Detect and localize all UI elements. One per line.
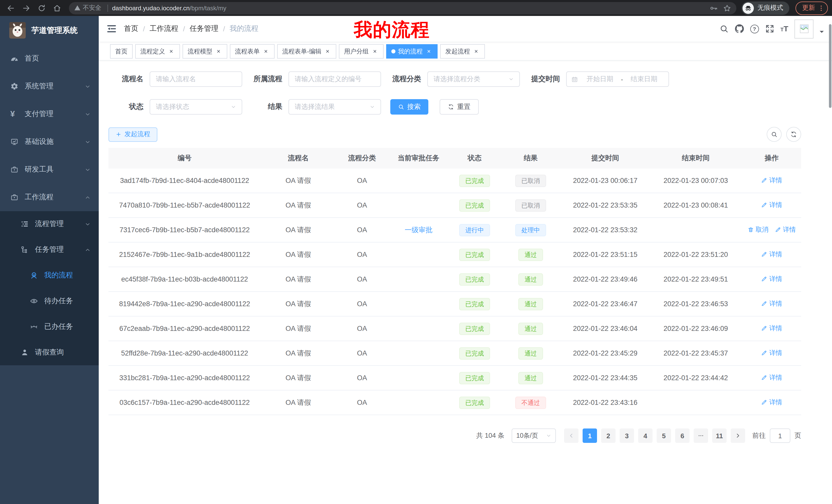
- close-icon[interactable]: [473, 48, 480, 55]
- browser-home-button[interactable]: [50, 1, 64, 15]
- font-size-icon[interactable]: [780, 24, 788, 33]
- parent-process-input[interactable]: 请输入流程定义的编号: [288, 72, 381, 87]
- cell-submit-time: 2022-01-22 23:45:29: [561, 341, 649, 366]
- detail-link[interactable]: 详情: [761, 349, 782, 358]
- tab-流程定义[interactable]: 流程定义: [135, 44, 180, 59]
- cancel-link[interactable]: 取消: [747, 226, 769, 234]
- detail-link[interactable]: 详情: [775, 226, 796, 234]
- browser-back-button[interactable]: [4, 1, 18, 15]
- refresh-table-button[interactable]: [786, 127, 801, 142]
- tab-我的流程[interactable]: 我的流程: [386, 44, 438, 59]
- address-bar[interactable]: 不安全 dashboard.yudao.iocoder.cn/bpm/task/…: [69, 2, 736, 14]
- help-icon[interactable]: [750, 24, 759, 33]
- breadcrumb-item[interactable]: 任务管理: [190, 24, 218, 33]
- browser-menu-icon[interactable]: [817, 4, 825, 11]
- sidebar-item-流程管理[interactable]: 流程管理: [0, 211, 99, 237]
- browser-reload-button[interactable]: [35, 1, 48, 15]
- breadcrumb-item[interactable]: 工作流程: [150, 24, 178, 33]
- detail-link[interactable]: 详情: [761, 398, 782, 407]
- browser-forward-button[interactable]: [20, 1, 33, 15]
- sidebar-item-首页[interactable]: 首页: [0, 45, 99, 73]
- current-task-link[interactable]: 一级审批: [405, 226, 433, 233]
- start-process-button[interactable]: 发起流程: [108, 127, 157, 142]
- goto-page-input[interactable]: 1: [770, 428, 790, 443]
- chevron-down-icon: [85, 111, 90, 117]
- logo-image: [9, 22, 26, 38]
- sidebar-item-支付管理[interactable]: ¥支付管理: [0, 100, 99, 128]
- tab-流程模型[interactable]: 流程模型: [183, 44, 227, 59]
- bookmark-star-icon[interactable]: [723, 4, 731, 12]
- sidebar-item-已办任务[interactable]: 已办任务: [0, 314, 99, 340]
- sidebar-item-请假查询[interactable]: 请假查询: [0, 340, 99, 365]
- sidebar-item-基础设施[interactable]: 基础设施: [0, 128, 99, 156]
- tab-发起流程[interactable]: 发起流程: [440, 44, 485, 59]
- plus-icon: [116, 132, 121, 137]
- avatar-caret-icon[interactable]: [820, 31, 824, 35]
- show-search-button[interactable]: [767, 127, 782, 142]
- status-badge: 已完成: [459, 174, 490, 187]
- close-icon[interactable]: [262, 48, 269, 55]
- page-2-button[interactable]: 2: [601, 428, 616, 443]
- next-page-button[interactable]: [731, 428, 745, 443]
- close-icon[interactable]: [215, 48, 222, 55]
- range-separator: -: [620, 75, 624, 83]
- fullscreen-icon[interactable]: [765, 24, 774, 33]
- submit-time-daterange[interactable]: 开始日期-结束日期: [566, 72, 669, 87]
- page-3-button[interactable]: 3: [620, 428, 634, 443]
- password-key-icon[interactable]: [710, 4, 718, 12]
- status-select[interactable]: 请选择状态: [150, 99, 242, 115]
- page-size-select[interactable]: 10条/页: [512, 428, 556, 443]
- cell-result: 通过: [500, 316, 561, 341]
- avatar[interactable]: [795, 19, 813, 38]
- tab-流程表单[interactable]: 流程表单: [230, 44, 275, 59]
- sidebar-collapse-icon[interactable]: [106, 24, 117, 34]
- result-badge: 处理中: [515, 224, 546, 236]
- process-name-input[interactable]: 请输入流程名: [150, 72, 242, 87]
- detail-link[interactable]: 详情: [761, 275, 782, 284]
- tab-流程表单-编辑[interactable]: 流程表单-编辑: [277, 44, 336, 59]
- sidebar-item-待办任务[interactable]: 待办任务: [0, 288, 99, 314]
- chevron-down-icon: [85, 221, 90, 227]
- prev-page-button[interactable]: [564, 428, 578, 443]
- result-badge: 通过: [518, 248, 543, 261]
- page-6-button[interactable]: 6: [675, 428, 690, 443]
- process-category-select[interactable]: 请选择流程分类: [427, 72, 520, 87]
- filter-label: 状态: [108, 102, 150, 111]
- breadcrumb-item[interactable]: 首页: [124, 24, 138, 33]
- detail-link[interactable]: 详情: [761, 324, 782, 333]
- close-icon[interactable]: [371, 48, 379, 55]
- tab-首页[interactable]: 首页: [110, 44, 133, 59]
- url-path: /bpm/task/my: [190, 4, 227, 11]
- close-icon[interactable]: [167, 48, 175, 55]
- pages-more-button[interactable]: [694, 428, 708, 443]
- github-icon[interactable]: [734, 24, 744, 33]
- tab-用户分组[interactable]: 用户分组: [339, 44, 384, 59]
- detail-link[interactable]: 详情: [761, 300, 782, 308]
- placeholder: 请选择流结果: [295, 102, 335, 111]
- page-5-button[interactable]: 5: [657, 428, 671, 443]
- close-icon[interactable]: [425, 48, 433, 55]
- sidebar-item-任务管理[interactable]: 任务管理: [0, 237, 99, 262]
- sidebar-item-工作流程[interactable]: 工作流程: [0, 184, 99, 211]
- result-select[interactable]: 请选择流结果: [288, 99, 381, 115]
- browser-update-button[interactable]: 更新: [796, 1, 828, 15]
- breadcrumb-separator: /: [183, 25, 185, 33]
- page-scrollbar-thumb[interactable]: [829, 24, 831, 108]
- detail-link[interactable]: 详情: [761, 373, 782, 382]
- more-h-icon: [698, 432, 704, 439]
- page-4-button[interactable]: 4: [638, 428, 653, 443]
- close-icon[interactable]: [324, 48, 331, 55]
- detail-link[interactable]: 详情: [761, 250, 782, 259]
- reset-button[interactable]: 重置: [440, 99, 479, 115]
- app-logo[interactable]: 芋道管理系统: [0, 16, 99, 45]
- search-button[interactable]: 搜索: [390, 99, 428, 115]
- breadcrumb-separator: /: [223, 25, 225, 33]
- sidebar-item-研发工具[interactable]: 研发工具: [0, 156, 99, 184]
- page-11-button[interactable]: 11: [712, 428, 727, 443]
- header-search-icon[interactable]: [719, 24, 728, 33]
- detail-link[interactable]: 详情: [761, 176, 782, 185]
- sidebar-item-系统管理[interactable]: 系统管理: [0, 73, 99, 100]
- page-1-button[interactable]: 1: [582, 428, 597, 443]
- detail-link[interactable]: 详情: [761, 201, 782, 209]
- sidebar-item-我的流程[interactable]: 我的流程: [0, 262, 99, 288]
